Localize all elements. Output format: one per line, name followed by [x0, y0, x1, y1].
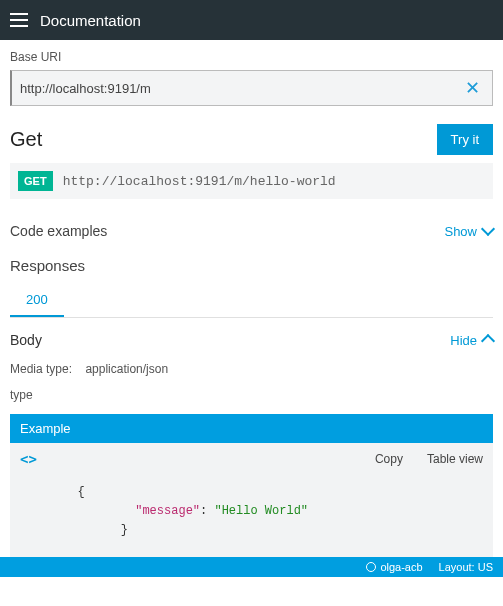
response-tabs: 200 [10, 284, 493, 318]
responses-title: Responses [10, 257, 493, 274]
media-type-label: Media type: [10, 362, 72, 376]
media-type-row: Media type: application/json [10, 362, 493, 376]
request-row: GET http://localhost:9191/m/hello-world [10, 163, 493, 199]
base-uri-field: ✕ [10, 70, 493, 106]
chevron-up-icon [481, 334, 495, 348]
example-box: Example <> Copy Table view { "message": … [10, 414, 493, 557]
base-uri-input[interactable] [20, 81, 461, 96]
code-examples-row: Code examples Show [10, 217, 493, 249]
code-examples-label: Code examples [10, 223, 107, 239]
clear-icon[interactable]: ✕ [461, 77, 484, 99]
chevron-down-icon [481, 222, 495, 236]
body-toggle[interactable]: Hide [450, 333, 493, 348]
method-badge: GET [18, 171, 53, 191]
endpoint-title: Get [10, 128, 42, 151]
base-uri-section: Base URI ✕ [0, 40, 503, 112]
base-uri-label: Base URI [10, 50, 493, 64]
code-examples-toggle[interactable]: Show [444, 224, 493, 239]
try-it-button[interactable]: Try it [437, 124, 493, 155]
media-type-value: application/json [85, 362, 168, 376]
user-icon [366, 562, 376, 572]
type-row: type [10, 388, 493, 402]
example-header: Example [10, 414, 493, 443]
body-header: Body Hide [10, 332, 493, 362]
example-toolbar: <> Copy Table view [10, 443, 493, 475]
menu-icon[interactable] [10, 13, 28, 27]
code-icon[interactable]: <> [20, 451, 37, 467]
body-label: Body [10, 332, 42, 348]
layout-indicator[interactable]: Layout: US [439, 561, 493, 573]
tab-200[interactable]: 200 [10, 284, 64, 317]
request-url: http://localhost:9191/m/hello-world [63, 174, 336, 189]
copy-button[interactable]: Copy [375, 452, 403, 466]
user-badge[interactable]: olga-acb [366, 561, 422, 573]
example-code: { "message": "Hello World" } [10, 475, 493, 557]
topbar: Documentation [0, 0, 503, 40]
status-bar: olga-acb Layout: US [0, 557, 503, 577]
endpoint-header: Get Try it [0, 112, 503, 163]
table-view-button[interactable]: Table view [427, 452, 483, 466]
topbar-title: Documentation [40, 12, 141, 29]
